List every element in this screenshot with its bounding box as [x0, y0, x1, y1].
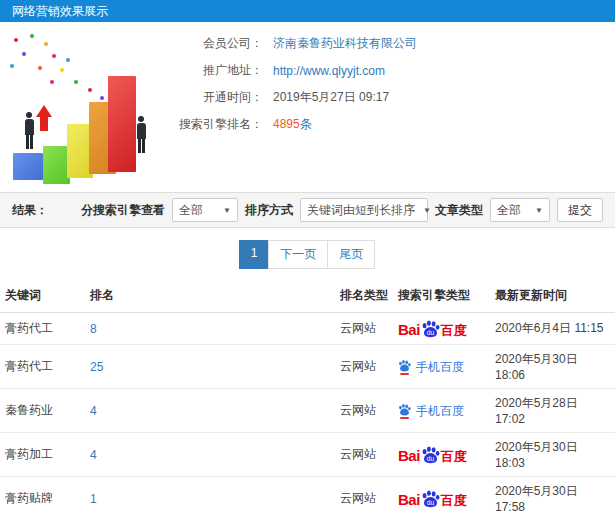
updated-cell: 2020年5月30日 18:06 — [490, 345, 615, 389]
rank-cell: 8 — [85, 313, 335, 345]
updated-cell: 2020年5月30日 17:58 — [490, 477, 615, 520]
open-time-label: 开通时间： — [175, 89, 263, 106]
engine-rank-value: 4895条 — [273, 116, 312, 133]
rank-link[interactable]: 4 — [90, 404, 97, 418]
promo-url-link[interactable]: http://www.qlyyjt.com — [273, 64, 385, 78]
filter-bar: 结果： 分搜索引擎查看 全部▼ 排序方式 关键词由短到长排序▼ 文章类型 全部▼… — [0, 192, 615, 228]
rank-cell: 1 — [85, 477, 335, 520]
rank-type-cell: 云网站 — [335, 477, 393, 520]
baidu-logo: Baidu百度 — [398, 489, 467, 507]
rank-link[interactable]: 1 — [90, 492, 97, 506]
table-body: 膏药代工8云网站Baidu百度2020年6月4日 11:15膏药代工25云网站手… — [0, 313, 615, 520]
page-1-button[interactable]: 1 — [239, 240, 270, 269]
rank-type-cell: 云网站 — [335, 313, 393, 345]
baidu-logo: Baidu百度 — [398, 445, 467, 463]
bar-red — [108, 76, 136, 172]
engine-cell: 手机百度 — [393, 389, 490, 433]
engine-cell: Baidu百度 — [393, 313, 490, 345]
header-updated: 最新更新时间 — [490, 279, 615, 313]
table-header-row: 关键词 排名 排名类型 搜索引擎类型 最新更新时间 — [0, 279, 615, 313]
keyword-cell: 膏药代工 — [0, 345, 85, 389]
member-company-row: 会员公司： 济南秦鲁药业科技有限公司 — [175, 36, 615, 51]
businessman-right — [133, 116, 149, 153]
rank-link[interactable]: 25 — [90, 360, 103, 374]
up-arrow-icon — [36, 105, 52, 117]
engine-cell: Baidu百度 — [393, 477, 490, 520]
page-title: 网络营销效果展示 — [12, 3, 108, 20]
engine-cell: 手机百度 — [393, 345, 490, 389]
sort-filter-select[interactable]: 关键词由短到长排序▼ — [300, 198, 428, 222]
results-table: 关键词 排名 排名类型 搜索引擎类型 最新更新时间 膏药代工8云网站Baidu百… — [0, 279, 615, 520]
header-rank-type: 排名类型 — [335, 279, 393, 313]
engine-rank-row: 搜索引擎排名： 4895条 — [175, 117, 615, 132]
title-bar: 网络营销效果展示 — [0, 0, 615, 22]
article-type-label: 文章类型 — [435, 202, 483, 219]
mobile-baidu-logo: 手机百度 — [398, 403, 464, 419]
table-row: 膏药代工8云网站Baidu百度2020年6月4日 11:15 — [0, 313, 615, 345]
sort-filter-label: 排序方式 — [245, 202, 293, 219]
baidu-paw-icon — [398, 403, 411, 416]
open-time-row: 开通时间： 2019年5月27日 09:17 — [175, 90, 615, 105]
baidu-logo: Baidu百度 — [398, 319, 467, 337]
table-row: 秦鲁药业4云网站手机百度2020年5月28日 17:02 — [0, 389, 615, 433]
header-keyword: 关键词 — [0, 279, 85, 313]
header-rank: 排名 — [85, 279, 335, 313]
member-company-label: 会员公司： — [175, 35, 263, 52]
engine-cell: Baidu百度 — [393, 433, 490, 477]
page: 网络营销效果展示 会员公司： 济南秦鲁药业科技有限公司 — [0, 0, 615, 520]
keyword-cell: 秦鲁药业 — [0, 389, 85, 433]
rank-type-cell: 云网站 — [335, 345, 393, 389]
updated-cell: 2020年6月4日 11:15 — [490, 313, 615, 345]
rank-type-cell: 云网站 — [335, 433, 393, 477]
svg-text:du: du — [427, 455, 435, 462]
rank-cell: 4 — [85, 433, 335, 477]
next-page-button[interactable]: 下一页 — [268, 240, 328, 269]
engine-filter-select[interactable]: 全部▼ — [172, 198, 238, 222]
submit-button[interactable]: 提交 — [557, 198, 603, 222]
chevron-down-icon: ▼ — [423, 206, 431, 215]
pagination: 1 下一页 尾页 — [0, 240, 615, 269]
svg-text:du: du — [427, 329, 435, 336]
keyword-cell: 膏药贴牌 — [0, 477, 85, 520]
engine-filter-label: 分搜索引擎查看 — [81, 202, 165, 219]
chevron-down-icon: ▼ — [535, 206, 543, 215]
member-company-link[interactable]: 济南秦鲁药业科技有限公司 — [273, 35, 417, 52]
last-page-button[interactable]: 尾页 — [327, 240, 375, 269]
bar-green — [43, 146, 70, 184]
promo-url-label: 推广地址： — [175, 62, 263, 79]
article-type-select[interactable]: 全部▼ — [490, 198, 550, 222]
baidu-paw-icon — [398, 359, 411, 372]
mobile-baidu-logo: 手机百度 — [398, 359, 464, 375]
info-section: 会员公司： 济南秦鲁药业科技有限公司 推广地址： http://www.qlyy… — [0, 22, 615, 188]
svg-text:du: du — [427, 499, 435, 506]
header-engine-type: 搜索引擎类型 — [393, 279, 490, 313]
businessman-left — [21, 112, 37, 149]
table-row: 膏药贴牌1云网站Baidu百度2020年5月30日 17:58 — [0, 477, 615, 520]
rank-type-cell: 云网站 — [335, 389, 393, 433]
table-row: 膏药加工4云网站Baidu百度2020年5月30日 18:03 — [0, 433, 615, 477]
updated-cell: 2020年5月28日 17:02 — [490, 389, 615, 433]
info-fields: 会员公司： 济南秦鲁药业科技有限公司 推广地址： http://www.qlyy… — [175, 28, 615, 188]
keyword-cell: 膏药加工 — [0, 433, 85, 477]
table-row: 膏药代工25云网站手机百度2020年5月30日 18:06 — [0, 345, 615, 389]
bar-blue — [13, 153, 43, 180]
result-label: 结果： — [12, 202, 48, 219]
engine-rank-label: 搜索引擎排名： — [175, 116, 263, 133]
growth-chart-illustration — [0, 28, 175, 188]
rank-link[interactable]: 8 — [90, 322, 97, 336]
chevron-down-icon: ▼ — [223, 206, 231, 215]
promo-url-row: 推广地址： http://www.qlyyjt.com — [175, 63, 615, 78]
open-time-value: 2019年5月27日 09:17 — [273, 89, 389, 106]
updated-cell: 2020年5月30日 18:03 — [490, 433, 615, 477]
rank-link[interactable]: 4 — [90, 448, 97, 462]
filter-controls: 分搜索引擎查看 全部▼ 排序方式 关键词由短到长排序▼ 文章类型 全部▼ 提交 — [81, 198, 603, 222]
rank-cell: 25 — [85, 345, 335, 389]
rank-cell: 4 — [85, 389, 335, 433]
keyword-cell: 膏药代工 — [0, 313, 85, 345]
